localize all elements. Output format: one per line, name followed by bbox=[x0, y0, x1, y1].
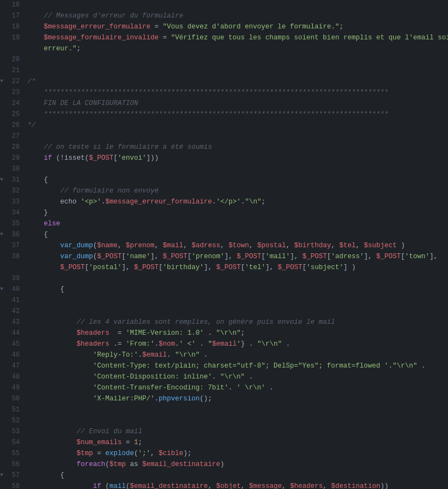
code-line-34: 34 } bbox=[0, 208, 448, 219]
code-line-35: 35 else bbox=[0, 219, 448, 230]
line-content-49: 'Content-Transfer-Encoding: 7bit'. ' \r\… bbox=[24, 383, 448, 393]
line-num-42: 42 bbox=[7, 306, 24, 317]
line-content-43: // les 4 variables sont remplies, on gén… bbox=[24, 317, 448, 328]
code-line-27: 27 bbox=[0, 131, 448, 142]
line-content-47: 'Content-Type: text/plain; charset="utf-… bbox=[24, 361, 448, 371]
line-num-47: 47 bbox=[7, 361, 24, 371]
line-num-20: 20 bbox=[7, 55, 24, 65]
line-content-18: $message_erreur_formulaire = "Vous devez… bbox=[24, 22, 448, 32]
fold-37 bbox=[0, 241, 7, 250]
line-num-26: 26 bbox=[7, 120, 24, 131]
line-num-53: 53 bbox=[7, 427, 24, 437]
line-num-34: 34 bbox=[7, 208, 24, 218]
fold-36[interactable]: ▼ bbox=[0, 230, 7, 239]
code-line-30: 30 bbox=[0, 164, 448, 175]
line-content-54: $num_emails = 1; bbox=[24, 438, 448, 448]
fold-27 bbox=[0, 131, 7, 141]
code-line-23: 23 *************************************… bbox=[0, 88, 448, 98]
code-line-54: 54 $num_emails = 1; bbox=[0, 438, 448, 449]
line-content-22: /* bbox=[24, 77, 448, 87]
code-line-40: ▼ 40 { bbox=[0, 284, 448, 295]
fold-30 bbox=[0, 164, 7, 173]
code-line-56: 56 foreach($tmp as $email_destinataire) bbox=[0, 459, 448, 470]
fold-21 bbox=[0, 66, 7, 75]
code-line-47: 47 'Content-Type: text/plain; charset="u… bbox=[0, 361, 448, 372]
line-num-38: 38 bbox=[7, 252, 24, 262]
code-line-38: 38 var_dump($_POST['name'], $_POST['pren… bbox=[0, 252, 448, 263]
line-content-23: ****************************************… bbox=[24, 88, 448, 98]
line-num-22: 22 bbox=[7, 77, 24, 87]
fold-50 bbox=[0, 394, 7, 403]
line-content-44: $headers = 'MIME-Version: 1.0' . "\r\n"; bbox=[24, 328, 448, 339]
code-line-52: 52 bbox=[0, 416, 448, 427]
code-line-36: ▼ 36 { bbox=[0, 230, 448, 241]
code-line-19b: erreur."; bbox=[0, 44, 448, 55]
fold-25 bbox=[0, 109, 7, 119]
fold-24 bbox=[0, 98, 7, 108]
line-content-48: 'Content-Disposition: inline'. "\r\n" . bbox=[24, 372, 448, 382]
code-line-38b: $_POST['postal'], $_POST['birthday'], $_… bbox=[0, 263, 448, 273]
line-num-30: 30 bbox=[7, 164, 24, 174]
line-content-58: if (mail($email_destinataire, $objet, $m… bbox=[24, 481, 448, 489]
line-num-45: 45 bbox=[7, 339, 24, 350]
fold-38 bbox=[0, 252, 7, 261]
line-num-18: 18 bbox=[7, 22, 24, 32]
line-content-34: } bbox=[24, 208, 448, 218]
line-num-29: 29 bbox=[7, 153, 24, 164]
fold-39 bbox=[0, 273, 7, 283]
line-content-31: { bbox=[24, 175, 448, 185]
fold-17 bbox=[0, 11, 7, 20]
line-num-39: 39 bbox=[7, 273, 24, 284]
line-num-55: 55 bbox=[7, 449, 24, 459]
code-line-19: 19 $message_formulaire_invalide = "Vérif… bbox=[0, 33, 448, 44]
line-content-26: */ bbox=[24, 120, 448, 131]
line-num-44: 44 bbox=[7, 328, 24, 339]
line-content-50: 'X-Mailer:PHP/'.phpversion(); bbox=[24, 394, 448, 404]
fold-53 bbox=[0, 427, 7, 436]
fold-38b bbox=[0, 263, 7, 272]
fold-19b bbox=[0, 44, 7, 53]
code-line-55: 55 $tmp = explode(';', $cible); bbox=[0, 449, 448, 459]
fold-58 bbox=[0, 481, 7, 489]
line-num-40: 40 bbox=[7, 284, 24, 295]
line-content-38: var_dump($_POST['name'], $_POST['prenom'… bbox=[24, 252, 448, 262]
line-num-23: 23 bbox=[7, 88, 24, 98]
fold-20 bbox=[0, 55, 7, 64]
code-line-58: 58 if (mail($email_destinataire, $objet,… bbox=[0, 481, 448, 489]
line-content-36: { bbox=[24, 230, 448, 240]
line-content-40: { bbox=[24, 284, 448, 295]
fold-42 bbox=[0, 306, 7, 316]
line-content-57: { bbox=[24, 470, 448, 481]
code-line-33: 33 echo '<p>'.$message_erreur_formulaire… bbox=[0, 197, 448, 208]
code-line-26: 26 */ bbox=[0, 120, 448, 131]
line-num-36: 36 bbox=[7, 230, 24, 240]
line-content-17: // Messages d'erreur du formulaire bbox=[24, 11, 448, 21]
line-num-58: 58 bbox=[7, 481, 24, 489]
code-line-37: 37 var_dump($name, $prenom, $mail, $adre… bbox=[0, 241, 448, 252]
line-num-52: 52 bbox=[7, 416, 24, 426]
line-num-21: 21 bbox=[7, 66, 24, 76]
line-num-49: 49 bbox=[7, 383, 24, 393]
fold-40[interactable]: ▼ bbox=[0, 284, 7, 294]
line-content-45: $headers .= 'From:'.$nom.' <' . "$email'… bbox=[24, 339, 448, 350]
line-num-33: 33 bbox=[7, 197, 24, 207]
code-line-24: 24 FIN DE LA CONFIGURATION bbox=[0, 98, 448, 109]
line-num-43: 43 bbox=[7, 317, 24, 328]
code-line-16: 16 bbox=[0, 0, 448, 11]
code-line-20: 20 bbox=[0, 55, 448, 66]
line-num-25: 25 bbox=[7, 109, 24, 120]
fold-48 bbox=[0, 372, 7, 381]
line-num-17: 17 bbox=[7, 11, 24, 21]
fold-22[interactable]: ▼ bbox=[0, 77, 7, 86]
code-line-25: 25 *************************************… bbox=[0, 109, 448, 120]
line-num-27: 27 bbox=[7, 131, 24, 142]
fold-16 bbox=[0, 0, 7, 9]
fold-31[interactable]: ▼ bbox=[0, 175, 7, 184]
line-num-32: 32 bbox=[7, 186, 24, 196]
fold-57[interactable]: ▼ bbox=[0, 470, 7, 480]
line-num-48: 48 bbox=[7, 372, 24, 382]
line-content-19: $message_formulaire_invalide = "Vérifiez… bbox=[24, 33, 448, 43]
fold-52 bbox=[0, 416, 7, 425]
line-num-28: 28 bbox=[7, 142, 24, 153]
code-line-43: 43 // les 4 variables sont remplies, on … bbox=[0, 317, 448, 328]
